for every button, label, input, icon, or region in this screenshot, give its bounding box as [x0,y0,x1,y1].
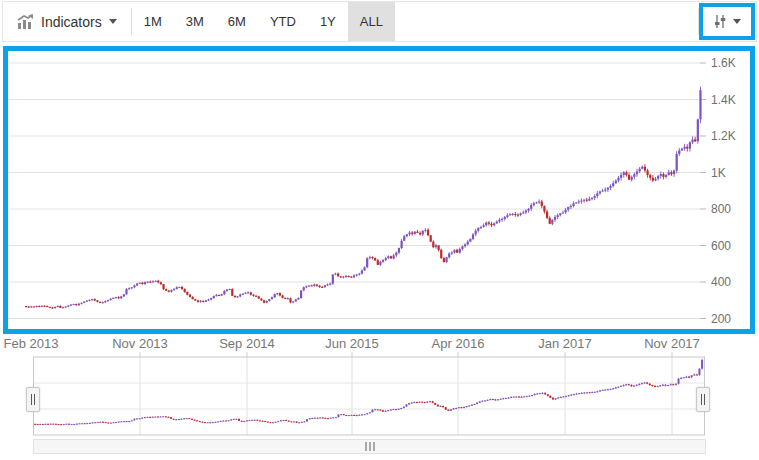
candle-body [528,396,530,397]
candle-body [332,417,334,418]
candle-body [578,202,580,203]
candle-body [657,176,659,179]
candle-body [120,296,122,298]
candle-body [131,287,133,288]
candle-body [536,393,538,394]
candle-body [506,215,508,217]
period-button-6m[interactable]: 6M [216,2,258,41]
main-chart[interactable]: 1.6K1.4K1.2K1K800600400200 [8,51,750,329]
candle-body [92,423,94,424]
candle-body [301,422,303,423]
candle-body [209,422,211,423]
candle-body [311,285,313,286]
candle-body [385,258,387,260]
candle-body [327,418,329,419]
candle-body [233,419,235,420]
candle-body [481,401,483,402]
candle-body [363,267,365,270]
candle-body [612,388,614,389]
candle-body [371,410,373,413]
candle-body [197,300,199,301]
candle-body [670,172,672,174]
period-button-3m[interactable]: 3M [174,2,216,41]
candle-body [322,417,324,418]
range-handle-right[interactable] [696,387,710,412]
candle-body [343,414,345,415]
candle-body [602,191,604,192]
candle-body [149,417,151,418]
candle-body [43,306,45,307]
candle-body [502,398,504,399]
candle-body [416,232,418,233]
candle-body [697,119,699,141]
candle-body [144,417,146,418]
period-button-ytd[interactable]: YTD [258,2,308,41]
chart-highlight-box: 1.6K1.4K1.2K1K800600400200 [3,46,755,334]
candle-body [266,301,268,303]
period-button-all[interactable]: ALL [348,2,395,41]
candle-body [71,424,73,425]
candle-body [65,424,67,425]
chart-bars-icon [17,14,34,29]
candle-body [67,306,69,307]
x-axis-label: Feb 2013 [4,336,59,351]
candle-body [123,294,125,296]
candle-body [139,418,141,419]
candle-body [526,396,528,397]
candle-body [657,386,659,387]
candle-body [379,262,381,265]
candle-body [660,174,662,176]
candle-body [51,308,53,309]
candle-body [152,417,154,418]
candle-body [189,295,191,297]
candle-body [252,295,254,296]
scrollbar-grip-icon[interactable] [365,442,375,451]
indicators-button[interactable]: Indicators [3,2,131,41]
candle-body [97,422,99,423]
settings-button[interactable] [699,3,755,40]
candle-body [353,275,355,277]
x-axis-label: Sep 2014 [219,336,275,351]
range-navigator[interactable] [33,350,706,440]
candle-body [154,417,156,418]
candle-body [646,170,648,175]
candle-body [514,214,516,215]
candle-body [487,400,489,401]
candle-body [356,275,358,276]
candle-body [676,154,678,170]
candle-body [559,213,561,215]
period-button-1m[interactable]: 1M [132,2,174,41]
candle-body [234,296,236,297]
candle-body [625,384,627,385]
y-axis-label: 1.4K [711,93,736,107]
candle-body [133,285,135,287]
candle-body [583,200,585,201]
candle-body [280,420,282,421]
candle-body [58,424,60,425]
candle-body [230,419,232,420]
candle-body [269,422,271,423]
candle-body [44,424,46,425]
candle-body [522,212,524,213]
navigator-scrollbar[interactable] [33,439,706,454]
candle-body [256,420,258,421]
candle-body [369,257,371,258]
candle-body [126,421,128,422]
candle-body [651,385,653,386]
candle-body [602,390,604,391]
candle-body [267,422,269,423]
candle-body [607,188,609,190]
candle-body [107,423,109,424]
candle-body [565,396,567,397]
candle-body [628,384,630,385]
period-button-1y[interactable]: 1Y [308,2,348,41]
candle-body [630,385,632,386]
range-handle-left[interactable] [26,387,40,412]
candle-body [258,296,260,298]
candle-body [366,413,368,414]
candle-body [610,389,612,390]
candle-body [668,172,670,175]
candle-body [41,306,43,307]
candle-body [701,360,703,369]
candle-body [586,392,588,393]
